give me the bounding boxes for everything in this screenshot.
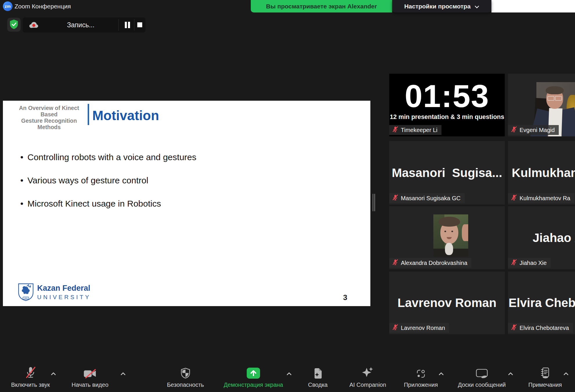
participant-tile-lavrenov[interactable]: Lavrenov Roman Lavrenov Roman [389, 272, 505, 334]
slide-bullet: Microsoft Kinect usage in Robotics [20, 199, 161, 209]
participant-name-badge: Kulmukhametov Ra [508, 193, 574, 203]
slide-bullet: Various ways of gesture control [20, 176, 148, 185]
slide-bullet: Controlling robots with a voice and gest… [20, 152, 197, 162]
mute-options-chevron[interactable] [49, 372, 58, 377]
apps-options-chevron[interactable] [437, 372, 446, 377]
share-options-chevron[interactable] [285, 372, 293, 377]
muted-mic-icon [511, 259, 517, 267]
panel-resize-handle[interactable] [373, 194, 375, 211]
start-video-button[interactable]: Начать видео [64, 367, 116, 389]
university-logo-text: Kazan Federal UNIVERSITY [37, 284, 91, 301]
participant-tile-elvira[interactable]: Elvira Chebo Elvira Chebotareva [508, 272, 575, 334]
view-settings-label: Настройки просмотра [404, 3, 471, 10]
apps-icon [416, 367, 426, 379]
participant-name-badge: Elvira Chebotareva [508, 323, 573, 333]
participant-tile-jiahao[interactable]: Jiahao X Jiahao Xie [508, 206, 575, 269]
stop-recording-button[interactable] [134, 17, 145, 32]
summary-button[interactable]: Сводка [298, 367, 338, 389]
video-options-chevron[interactable] [119, 372, 127, 377]
slide-page-number: 3 [343, 293, 347, 302]
svg-text:1804: 1804 [24, 297, 28, 299]
participant-display-name: Kulmukhan [512, 166, 575, 180]
screen-share-viewing-banner: Вы просматриваете экран Alexander [251, 0, 392, 12]
zoom-meeting-window: { "window": { "app_badge": "zm", "title"… [0, 0, 575, 392]
participant-name-badge: Alexandra Dobrokvashina [389, 258, 471, 268]
muted-mic-icon [392, 324, 398, 332]
whiteboard-icon [476, 367, 488, 379]
participant-name-badge: Lavrenov Roman [389, 323, 449, 333]
security-encryption-badge[interactable] [7, 18, 21, 32]
participant-tile-timekeeper[interactable]: 01:53 12 min presentation & 3 min questi… [389, 74, 505, 136]
participant-name-badge: Masanori Sugisaka GC [389, 193, 465, 203]
shared-screen-slide: An Overview of Kinect Based Gesture Reco… [3, 101, 370, 306]
muted-mic-icon [511, 194, 517, 202]
stop-icon [137, 22, 142, 27]
participant-tile-alexandra[interactable]: Alexandra Dobrokvashina [389, 206, 505, 269]
muted-mic-icon [392, 126, 398, 134]
mute-button[interactable]: Включить звук [4, 367, 57, 389]
chevron-down-icon [475, 3, 479, 10]
participant-tile-evgeni[interactable]: Evgeni Magid [508, 74, 575, 136]
slide-title: Motivation [92, 108, 159, 123]
whiteboards-options-chevron[interactable] [506, 372, 515, 377]
mic-muted-icon [25, 367, 36, 379]
apps-button[interactable]: Приложения [396, 367, 446, 389]
notes-button[interactable]: Примечания [519, 367, 571, 389]
screen-share-icon [247, 367, 260, 379]
security-shield-icon [181, 367, 190, 379]
shield-check-icon [9, 19, 19, 30]
pause-icon [125, 22, 127, 28]
security-button[interactable]: Безопасность [156, 367, 215, 389]
participant-photo [433, 214, 468, 257]
timer-display: 01:53 [389, 80, 505, 112]
university-logo: 1804 [18, 283, 34, 302]
background-window-corner [491, 0, 575, 12]
participant-tile-kulmukhametov[interactable]: Kulmukhan Kulmukhametov Ra [508, 141, 575, 205]
zoom-app-icon: zm [3, 1, 12, 11]
pause-recording-button[interactable] [118, 17, 134, 32]
view-settings-button[interactable]: Настройки просмотра [392, 0, 491, 12]
ai-sparkle-icon [362, 367, 374, 379]
muted-mic-icon [392, 194, 398, 202]
whiteboards-button[interactable]: Доски сообщений [450, 367, 514, 389]
window-title: Zoom Конференция [15, 1, 71, 11]
deck-title: An Overview of Kinect Based Gesture Reco… [11, 105, 87, 130]
ai-companion-button[interactable]: AI Companion [339, 367, 397, 389]
muted-mic-icon [511, 324, 517, 332]
notes-options-chevron[interactable] [562, 372, 570, 377]
title-divider-bar [88, 104, 89, 125]
summary-doc-icon [313, 367, 322, 379]
camera-muted-icon [83, 367, 97, 379]
share-screen-button[interactable]: Демонстрация экрана [216, 367, 291, 389]
participant-display-name: Masanori Sugisa... [392, 166, 502, 180]
participant-tile-masanori[interactable]: Masanori Sugisa... Masanori Sugisaka GC [389, 141, 505, 205]
recording-status-label: Запись... [57, 17, 104, 32]
recording-indicator: Запись... [23, 17, 145, 32]
participant-display-name: Elvira Chebo [509, 296, 575, 310]
participant-name-badge: Jiahao Xie [508, 258, 551, 268]
kfu-shield-emblem: 1804 [18, 283, 34, 301]
participant-display-name: Jiahao X [533, 231, 575, 245]
participant-name-badge: Timekeeper Li [389, 125, 441, 135]
muted-mic-icon [392, 259, 398, 267]
participant-name-badge: Evgeni Magid [508, 125, 559, 135]
participant-display-name: Lavrenov Roman [398, 296, 497, 310]
cloud-recording-icon [28, 21, 39, 30]
muted-mic-icon [511, 126, 517, 134]
notes-icon [540, 367, 550, 379]
timer-subtitle: 12 min presentation & 3 min questions [389, 113, 505, 121]
